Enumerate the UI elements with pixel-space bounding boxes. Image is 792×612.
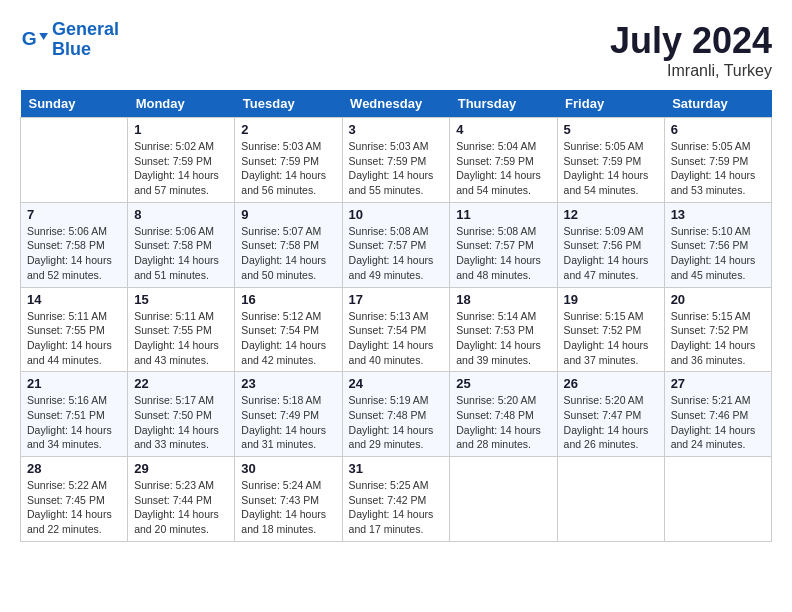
cell-info: Sunrise: 5:06 AMSunset: 7:58 PMDaylight:… (134, 224, 228, 283)
date-number: 8 (134, 207, 228, 222)
calendar-cell: 20Sunrise: 5:15 AMSunset: 7:52 PMDayligh… (664, 287, 771, 372)
cell-info: Sunrise: 5:05 AMSunset: 7:59 PMDaylight:… (564, 139, 658, 198)
date-number: 14 (27, 292, 121, 307)
week-row-2: 7Sunrise: 5:06 AMSunset: 7:58 PMDaylight… (21, 202, 772, 287)
date-number: 25 (456, 376, 550, 391)
cell-info: Sunrise: 5:23 AMSunset: 7:44 PMDaylight:… (134, 478, 228, 537)
cell-info: Sunrise: 5:13 AMSunset: 7:54 PMDaylight:… (349, 309, 444, 368)
cell-info: Sunrise: 5:14 AMSunset: 7:53 PMDaylight:… (456, 309, 550, 368)
calendar-cell: 25Sunrise: 5:20 AMSunset: 7:48 PMDayligh… (450, 372, 557, 457)
calendar-cell: 11Sunrise: 5:08 AMSunset: 7:57 PMDayligh… (450, 202, 557, 287)
date-number: 18 (456, 292, 550, 307)
calendar-cell: 24Sunrise: 5:19 AMSunset: 7:48 PMDayligh… (342, 372, 450, 457)
calendar-cell: 26Sunrise: 5:20 AMSunset: 7:47 PMDayligh… (557, 372, 664, 457)
date-number: 24 (349, 376, 444, 391)
date-number: 17 (349, 292, 444, 307)
svg-text:G: G (22, 28, 37, 49)
calendar-cell: 9Sunrise: 5:07 AMSunset: 7:58 PMDaylight… (235, 202, 342, 287)
title-block: July 2024 Imranli, Turkey (610, 20, 772, 80)
date-number: 2 (241, 122, 335, 137)
calendar-cell: 4Sunrise: 5:04 AMSunset: 7:59 PMDaylight… (450, 118, 557, 203)
calendar-cell: 18Sunrise: 5:14 AMSunset: 7:53 PMDayligh… (450, 287, 557, 372)
calendar-cell: 13Sunrise: 5:10 AMSunset: 7:56 PMDayligh… (664, 202, 771, 287)
calendar-table: SundayMondayTuesdayWednesdayThursdayFrid… (20, 90, 772, 542)
date-number: 10 (349, 207, 444, 222)
week-row-3: 14Sunrise: 5:11 AMSunset: 7:55 PMDayligh… (21, 287, 772, 372)
cell-info: Sunrise: 5:04 AMSunset: 7:59 PMDaylight:… (456, 139, 550, 198)
date-number: 26 (564, 376, 658, 391)
date-number: 3 (349, 122, 444, 137)
day-header-tuesday: Tuesday (235, 90, 342, 118)
date-number: 30 (241, 461, 335, 476)
calendar-cell (557, 457, 664, 542)
date-number: 21 (27, 376, 121, 391)
calendar-cell: 28Sunrise: 5:22 AMSunset: 7:45 PMDayligh… (21, 457, 128, 542)
cell-info: Sunrise: 5:08 AMSunset: 7:57 PMDaylight:… (456, 224, 550, 283)
cell-info: Sunrise: 5:06 AMSunset: 7:58 PMDaylight:… (27, 224, 121, 283)
calendar-cell: 7Sunrise: 5:06 AMSunset: 7:58 PMDaylight… (21, 202, 128, 287)
calendar-cell: 14Sunrise: 5:11 AMSunset: 7:55 PMDayligh… (21, 287, 128, 372)
calendar-cell (21, 118, 128, 203)
date-number: 7 (27, 207, 121, 222)
cell-info: Sunrise: 5:12 AMSunset: 7:54 PMDaylight:… (241, 309, 335, 368)
cell-info: Sunrise: 5:10 AMSunset: 7:56 PMDaylight:… (671, 224, 765, 283)
cell-info: Sunrise: 5:02 AMSunset: 7:59 PMDaylight:… (134, 139, 228, 198)
calendar-cell: 12Sunrise: 5:09 AMSunset: 7:56 PMDayligh… (557, 202, 664, 287)
logo: G General Blue (20, 20, 119, 60)
calendar-cell: 16Sunrise: 5:12 AMSunset: 7:54 PMDayligh… (235, 287, 342, 372)
calendar-cell: 19Sunrise: 5:15 AMSunset: 7:52 PMDayligh… (557, 287, 664, 372)
calendar-cell (450, 457, 557, 542)
cell-info: Sunrise: 5:22 AMSunset: 7:45 PMDaylight:… (27, 478, 121, 537)
cell-info: Sunrise: 5:25 AMSunset: 7:42 PMDaylight:… (349, 478, 444, 537)
date-number: 9 (241, 207, 335, 222)
date-number: 1 (134, 122, 228, 137)
cell-info: Sunrise: 5:03 AMSunset: 7:59 PMDaylight:… (241, 139, 335, 198)
date-number: 23 (241, 376, 335, 391)
calendar-cell: 10Sunrise: 5:08 AMSunset: 7:57 PMDayligh… (342, 202, 450, 287)
cell-info: Sunrise: 5:11 AMSunset: 7:55 PMDaylight:… (27, 309, 121, 368)
date-number: 13 (671, 207, 765, 222)
day-header-monday: Monday (128, 90, 235, 118)
cell-info: Sunrise: 5:08 AMSunset: 7:57 PMDaylight:… (349, 224, 444, 283)
cell-info: Sunrise: 5:20 AMSunset: 7:47 PMDaylight:… (564, 393, 658, 452)
calendar-cell: 1Sunrise: 5:02 AMSunset: 7:59 PMDaylight… (128, 118, 235, 203)
logo-icon: G (20, 26, 48, 54)
date-number: 16 (241, 292, 335, 307)
cell-info: Sunrise: 5:11 AMSunset: 7:55 PMDaylight:… (134, 309, 228, 368)
cell-info: Sunrise: 5:16 AMSunset: 7:51 PMDaylight:… (27, 393, 121, 452)
week-row-1: 1Sunrise: 5:02 AMSunset: 7:59 PMDaylight… (21, 118, 772, 203)
svg-marker-1 (39, 33, 48, 40)
calendar-cell: 30Sunrise: 5:24 AMSunset: 7:43 PMDayligh… (235, 457, 342, 542)
date-number: 29 (134, 461, 228, 476)
day-header-friday: Friday (557, 90, 664, 118)
calendar-cell: 8Sunrise: 5:06 AMSunset: 7:58 PMDaylight… (128, 202, 235, 287)
calendar-cell (664, 457, 771, 542)
calendar-cell: 3Sunrise: 5:03 AMSunset: 7:59 PMDaylight… (342, 118, 450, 203)
calendar-cell: 15Sunrise: 5:11 AMSunset: 7:55 PMDayligh… (128, 287, 235, 372)
calendar-cell: 29Sunrise: 5:23 AMSunset: 7:44 PMDayligh… (128, 457, 235, 542)
cell-info: Sunrise: 5:19 AMSunset: 7:48 PMDaylight:… (349, 393, 444, 452)
calendar-cell: 31Sunrise: 5:25 AMSunset: 7:42 PMDayligh… (342, 457, 450, 542)
cell-info: Sunrise: 5:09 AMSunset: 7:56 PMDaylight:… (564, 224, 658, 283)
logo-text: General Blue (52, 20, 119, 60)
date-number: 22 (134, 376, 228, 391)
date-number: 19 (564, 292, 658, 307)
date-number: 11 (456, 207, 550, 222)
calendar-cell: 27Sunrise: 5:21 AMSunset: 7:46 PMDayligh… (664, 372, 771, 457)
cell-info: Sunrise: 5:20 AMSunset: 7:48 PMDaylight:… (456, 393, 550, 452)
day-header-thursday: Thursday (450, 90, 557, 118)
cell-info: Sunrise: 5:15 AMSunset: 7:52 PMDaylight:… (671, 309, 765, 368)
subtitle: Imranli, Turkey (610, 62, 772, 80)
date-number: 20 (671, 292, 765, 307)
calendar-cell: 23Sunrise: 5:18 AMSunset: 7:49 PMDayligh… (235, 372, 342, 457)
calendar-cell: 5Sunrise: 5:05 AMSunset: 7:59 PMDaylight… (557, 118, 664, 203)
date-number: 27 (671, 376, 765, 391)
date-number: 15 (134, 292, 228, 307)
date-number: 12 (564, 207, 658, 222)
calendar-cell: 6Sunrise: 5:05 AMSunset: 7:59 PMDaylight… (664, 118, 771, 203)
cell-info: Sunrise: 5:21 AMSunset: 7:46 PMDaylight:… (671, 393, 765, 452)
cell-info: Sunrise: 5:05 AMSunset: 7:59 PMDaylight:… (671, 139, 765, 198)
cell-info: Sunrise: 5:24 AMSunset: 7:43 PMDaylight:… (241, 478, 335, 537)
calendar-cell: 21Sunrise: 5:16 AMSunset: 7:51 PMDayligh… (21, 372, 128, 457)
date-number: 28 (27, 461, 121, 476)
